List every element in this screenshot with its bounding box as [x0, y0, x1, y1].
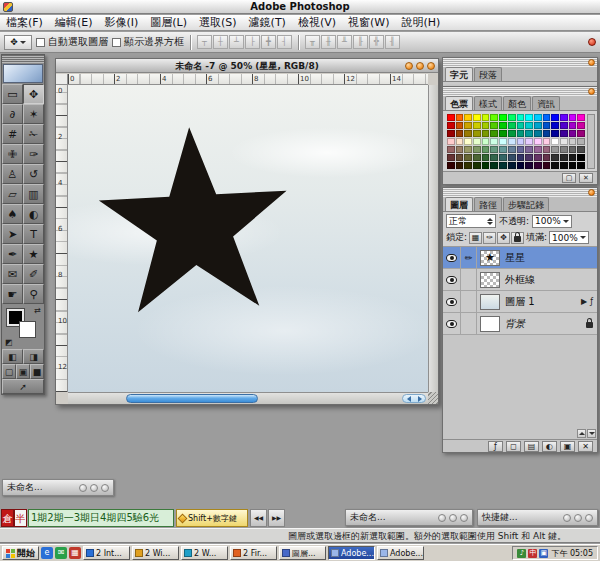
distribute-button-0[interactable]: ╥ — [305, 35, 320, 49]
distribute-button-3[interactable]: ╟ — [353, 35, 368, 49]
eyedropper-tool[interactable]: ✐ — [23, 264, 44, 284]
ime-candidate-list[interactable]: 1期2期一3期日4期四5驗6光 — [28, 509, 174, 527]
gradient-tool[interactable]: ▥ — [23, 184, 44, 204]
visibility-toggle[interactable] — [443, 313, 461, 334]
swatch-0-4[interactable] — [482, 114, 490, 121]
quick-launch-mail-icon[interactable]: ✉ — [55, 547, 67, 559]
align-button-1[interactable]: ┼ — [213, 35, 228, 49]
swatch-6-10[interactable] — [534, 162, 542, 169]
panel-close-button[interactable] — [588, 189, 595, 196]
panel-close-button[interactable] — [588, 59, 595, 66]
swatch-2-14[interactable] — [569, 130, 577, 137]
task-button-2[interactable]: 2 W... — [181, 546, 228, 560]
task-button-4[interactable]: 圖層... — [279, 546, 326, 560]
star-shape[interactable] — [91, 122, 296, 318]
swatch-0-0[interactable] — [447, 114, 455, 121]
new-layer-button[interactable]: ▣ — [560, 441, 575, 452]
tab-swatches-0[interactable]: 色票 — [445, 96, 473, 110]
swatch-2-1[interactable] — [456, 130, 464, 137]
swatch-5-2[interactable] — [464, 154, 472, 161]
default-colors-icon[interactable]: ◩ — [5, 338, 13, 347]
swatch-0-13[interactable] — [560, 114, 568, 121]
scroll-left-icon[interactable] — [407, 396, 411, 402]
swatch-2-3[interactable] — [473, 130, 481, 137]
layer-row-2[interactable]: 圖層 1▶ƒ — [443, 291, 597, 313]
scrollbar-thumb[interactable] — [126, 394, 258, 403]
swatch-0-10[interactable] — [534, 114, 542, 121]
distribute-button-1[interactable]: ╫ — [321, 35, 336, 49]
swatch-6-8[interactable] — [517, 162, 525, 169]
swatch-5-3[interactable] — [473, 154, 481, 161]
toolbox-drag-bar[interactable] — [2, 55, 44, 63]
swatch-3-12[interactable] — [551, 138, 559, 145]
swatch-4-3[interactable] — [473, 146, 481, 153]
swatch-0-14[interactable] — [569, 114, 577, 121]
horizontal-scrollbar[interactable] — [68, 392, 428, 404]
swatch-5-7[interactable] — [508, 154, 516, 161]
swatch-1-14[interactable] — [569, 122, 577, 129]
delete-layer-button[interactable]: ✕ — [578, 441, 593, 452]
align-button-4[interactable]: ╋ — [261, 35, 276, 49]
ime-next-page-button[interactable]: ▶▶ — [268, 509, 285, 527]
swatch-0-9[interactable] — [525, 114, 533, 121]
layer-style-button[interactable]: ƒ — [488, 441, 503, 452]
swatch-5-8[interactable] — [517, 154, 525, 161]
swatch-3-4[interactable] — [482, 138, 490, 145]
swatch-1-0[interactable] — [447, 122, 455, 129]
swatch-3-1[interactable] — [456, 138, 464, 145]
swatch-1-2[interactable] — [464, 122, 472, 129]
align-button-0[interactable]: ┬ — [197, 35, 212, 49]
swatch-5-11[interactable] — [543, 154, 551, 161]
swatch-0-6[interactable] — [499, 114, 507, 121]
window-dot[interactable] — [585, 514, 593, 522]
window-dot[interactable] — [574, 514, 582, 522]
swatch-1-6[interactable] — [499, 122, 507, 129]
tab-character-0[interactable]: 字元 — [445, 67, 473, 81]
menu-file[interactable]: 檔案(F) — [0, 15, 49, 31]
scroll-up-icon[interactable] — [577, 429, 586, 438]
swatch-3-10[interactable] — [534, 138, 542, 145]
blend-mode-select[interactable]: 正常 — [446, 214, 496, 228]
close-button[interactable] — [427, 62, 435, 70]
rectangular-marquee-tool[interactable]: ▭ — [2, 84, 23, 104]
swatch-3-6[interactable] — [499, 138, 507, 145]
swatch-2-15[interactable] — [577, 130, 585, 137]
swatch-5-14[interactable] — [569, 154, 577, 161]
swatch-1-1[interactable] — [456, 122, 464, 129]
swatch-2-12[interactable] — [551, 130, 559, 137]
swatch-1-3[interactable] — [473, 122, 481, 129]
menu-layer[interactable]: 圖層(L) — [144, 15, 193, 31]
menu-image[interactable]: 影像(I) — [98, 15, 144, 31]
document-titlebar[interactable]: 未命名 -7 @ 50% (星星, RGB/8) — [56, 59, 438, 73]
palette-well-icon[interactable] — [588, 38, 596, 46]
tab-layers-1[interactable]: 路徑 — [474, 197, 502, 211]
swatch-5-4[interactable] — [482, 154, 490, 161]
crop-tool[interactable]: # — [2, 124, 23, 144]
minimized-window-untitled-2[interactable]: 未命名... — [345, 509, 473, 526]
swatch-0-11[interactable] — [543, 114, 551, 121]
swatch-1-5[interactable] — [490, 122, 498, 129]
window-dot[interactable] — [563, 514, 571, 522]
swatch-0-1[interactable] — [456, 114, 464, 121]
window-dot[interactable] — [460, 514, 468, 522]
swatch-0-8[interactable] — [517, 114, 525, 121]
lock-transparency-icon[interactable]: ▦ — [469, 232, 482, 244]
panel-drag-bar[interactable] — [443, 87, 597, 96]
window-dot[interactable] — [101, 484, 109, 492]
window-dot[interactable] — [90, 484, 98, 492]
fill-field[interactable]: 100% — [549, 231, 589, 244]
swatch-0-12[interactable] — [551, 114, 559, 121]
align-button-2[interactable]: ┴ — [229, 35, 244, 49]
ime-prev-page-button[interactable]: ◀◀ — [250, 509, 267, 527]
lock-image-icon[interactable]: ✑ — [483, 232, 496, 244]
opacity-field[interactable]: 100% — [532, 215, 572, 228]
magic-wand-tool[interactable]: ✶ — [23, 104, 44, 124]
vertical-scrollbar[interactable] — [428, 85, 438, 392]
hand-tool[interactable]: ☛ — [2, 284, 23, 304]
layer-row-0[interactable]: ✏★星星 — [443, 247, 597, 269]
blur-tool[interactable]: ♠ — [2, 204, 23, 224]
swap-colors-icon[interactable]: ⇄ — [34, 306, 41, 315]
swatch-1-11[interactable] — [543, 122, 551, 129]
healing-brush-tool[interactable]: ✙ — [2, 144, 23, 164]
window-dot[interactable] — [449, 514, 457, 522]
